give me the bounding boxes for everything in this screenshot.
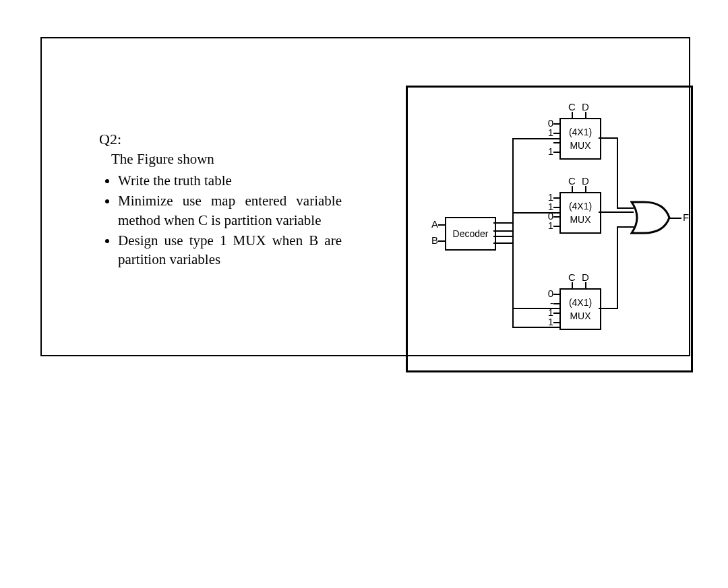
mux2-name: MUX [570,214,590,225]
circuit-diagram: Decoder A B C D (4X1) MUX 0 1 1 [406,86,693,372]
m3-p2 [553,313,559,314]
or-gate-icon [630,201,671,234]
m1-p1 [553,133,559,134]
mux1-sel-C: C [568,101,576,112]
mux2-c-tick [572,186,573,192]
output-F: F [683,211,689,223]
mux3-name: MUX [570,311,590,321]
mux3-in3: 1 [541,316,553,327]
mux1-type: (4X1) [569,127,592,137]
dec-out-mid2 [493,236,512,237]
mux3-type: (4X1) [569,297,592,308]
mux1-out-v [617,137,618,207]
m2-p3 [553,226,559,227]
q-heading: Q2: [99,129,342,150]
mux3-out-v [617,226,618,309]
bullet-3: Design use type 1 MUX when B are partiti… [118,231,342,269]
mux3-out-h [599,308,617,309]
question-block: Q2: The Figure shown Write the truth tab… [99,129,342,271]
q-subheading: The Figure shown [111,150,342,168]
mux3-sel-C: C [568,271,576,283]
m3-p1 [553,303,559,304]
decoder-in-B: B [431,234,438,246]
page-border: Q2: The Figure shown Write the truth tab… [40,37,690,356]
dec-out-top [493,222,512,224]
mux3-d-tick [585,282,586,288]
mux1-d-tick [585,112,586,118]
m2-p2 [553,216,559,218]
decoder-in-A: A [431,218,438,230]
bullet-1: Write the truth table [118,171,342,190]
m1-p0 [553,123,559,125]
mux2-in3: 1 [541,220,553,231]
route-v-left [512,138,514,327]
pin-in-A [438,224,445,226]
decoder-label: Decoder [453,228,489,239]
mux1-name: MUX [570,140,590,151]
pin-in-B [438,240,445,242]
m2-p0 [553,197,559,199]
dec-out-mid1 [493,230,512,232]
decoder-block: Decoder [445,217,496,251]
m1-p2 [553,142,559,143]
mux1-block: (4X1) MUX [559,118,601,160]
m1-p3 [553,152,559,153]
mux3-block: (4X1) MUX [559,288,601,330]
mux2-sel-C: C [568,175,576,187]
or-out [669,218,681,219]
mux2-to-or [599,211,634,213]
mux3-sel-D: D [582,271,589,283]
mux2-d-tick [585,186,586,192]
mux1-in3: 1 [541,145,553,157]
mux2-block: (4X1) MUX [559,192,601,234]
m2-p1 [553,207,559,208]
route-to-mux1 [512,138,559,139]
dec-out-bot [493,242,512,244]
mux1-c-tick [572,112,573,118]
mux1-out-h [599,137,617,139]
bullet-2: Minimize use map entered variable method… [118,191,342,230]
mux1-in1: 1 [541,127,553,138]
mux1-sel-D: D [582,101,589,112]
q-bullets: Write the truth table Minimize use map e… [118,171,342,269]
mux3-c-tick [572,282,573,288]
m3-p3 [553,322,559,323]
m3-p0 [553,294,559,295]
mux2-sel-D: D [582,175,589,187]
mux2-type: (4X1) [569,201,592,211]
